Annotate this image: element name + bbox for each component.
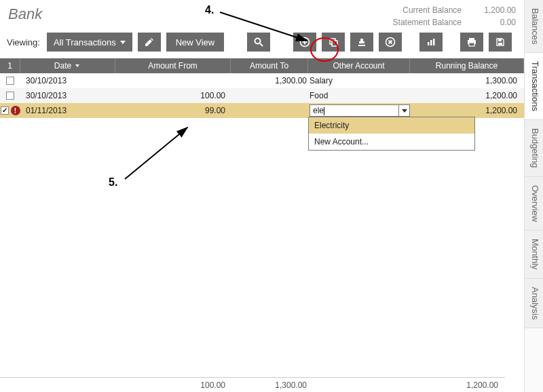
svg-rect-15 bbox=[469, 43, 474, 46]
tab-balances[interactable]: Balances bbox=[525, 0, 543, 53]
view-filter-dropdown[interactable]: All Transactions bbox=[47, 33, 132, 52]
search-button[interactable] bbox=[247, 33, 270, 52]
cell-amount-to bbox=[231, 103, 308, 118]
current-balance-value: 1,200.00 bbox=[475, 5, 516, 15]
delete-button[interactable] bbox=[379, 33, 402, 52]
footer-amount-from: 100.00 bbox=[115, 378, 231, 392]
close-circle-icon bbox=[385, 37, 396, 47]
cell-other-account[interactable]: ele Electricity New Account... bbox=[308, 103, 410, 118]
svg-rect-11 bbox=[430, 40, 432, 45]
chevron-down-icon bbox=[120, 41, 126, 44]
cell-running-balance: 1,200.00 bbox=[410, 103, 524, 118]
footer-totals: 100.00 1,300.00 1,200.00 bbox=[0, 377, 505, 392]
footer-amount-to: 1,300.00 bbox=[231, 378, 308, 392]
statement-balance-value: 0.00 bbox=[475, 18, 516, 27]
print-icon bbox=[466, 37, 477, 47]
other-account-dropdown[interactable]: Electricity New Account... bbox=[308, 117, 475, 151]
print-button[interactable] bbox=[460, 33, 483, 52]
col-header-running-balance[interactable]: Running Balance bbox=[410, 58, 524, 73]
toolbar: Viewing: All Transactions New View bbox=[0, 30, 524, 58]
cell-running-balance: 1,200.00 bbox=[410, 88, 524, 103]
tab-overview[interactable]: Overview bbox=[525, 177, 543, 231]
alert-icon: ! bbox=[11, 106, 20, 115]
new-view-label: New View bbox=[176, 37, 215, 47]
edit-button[interactable] bbox=[138, 33, 161, 52]
view-filter-label: All Transactions bbox=[54, 37, 116, 47]
combobox-toggle[interactable] bbox=[398, 105, 409, 116]
svg-point-0 bbox=[255, 39, 261, 44]
stamp-icon bbox=[356, 37, 367, 47]
viewing-label: Viewing: bbox=[7, 37, 40, 47]
chart-button[interactable] bbox=[419, 33, 443, 52]
col-header-num[interactable]: 1 bbox=[0, 58, 20, 73]
chevron-down-icon bbox=[402, 109, 407, 113]
side-tabs: Balances Transactions Budgeting Overview… bbox=[524, 0, 543, 392]
save-icon bbox=[495, 37, 506, 47]
col-header-other-account[interactable]: Other Account bbox=[308, 58, 410, 73]
row-checkbox[interactable] bbox=[6, 77, 14, 85]
svg-rect-12 bbox=[433, 39, 435, 45]
svg-rect-17 bbox=[498, 43, 502, 45]
cell-amount-from bbox=[115, 73, 231, 88]
table-row[interactable]: 30/10/2013 1,300.00 Salary 1,300.00 bbox=[0, 73, 524, 88]
cell-other-account: Food bbox=[308, 88, 410, 103]
cell-date: 30/10/2013 bbox=[20, 73, 115, 88]
plus-circle-icon bbox=[299, 37, 310, 47]
statement-balance-label: Statement Balance bbox=[393, 18, 462, 27]
grid-body: 30/10/2013 1,300.00 Salary 1,300.00 30/1… bbox=[0, 73, 524, 118]
other-account-combobox[interactable]: ele bbox=[310, 104, 410, 117]
text-cursor bbox=[324, 107, 324, 115]
cell-amount-from: 100.00 bbox=[115, 88, 231, 103]
cell-date: 30/10/2013 bbox=[20, 88, 115, 103]
cell-amount-from: 99.00 bbox=[115, 103, 231, 118]
dropdown-option[interactable]: New Account... bbox=[309, 134, 474, 150]
save-button[interactable] bbox=[489, 33, 512, 52]
svg-rect-16 bbox=[498, 39, 502, 41]
tab-analysis[interactable]: Analysis bbox=[525, 279, 543, 328]
tab-budgeting[interactable]: Budgeting bbox=[525, 120, 543, 177]
search-icon bbox=[253, 37, 264, 47]
row-checkbox[interactable] bbox=[1, 106, 9, 115]
row-checkbox[interactable] bbox=[6, 92, 14, 100]
dropdown-option[interactable]: Electricity bbox=[309, 117, 474, 134]
duplicate-icon bbox=[328, 37, 339, 47]
col-header-amount-from[interactable]: Amount From bbox=[115, 58, 231, 73]
other-account-input-text: ele bbox=[310, 106, 398, 115]
sort-desc-icon bbox=[74, 62, 81, 69]
balances-summary: Current Balance 1,200.00 Statement Balan… bbox=[393, 5, 516, 27]
new-view-button[interactable]: New View bbox=[166, 33, 225, 52]
table-row[interactable]: ! 01/11/2013 99.00 ele Electricity New A… bbox=[0, 103, 524, 118]
current-balance-label: Current Balance bbox=[402, 5, 462, 15]
svg-rect-6 bbox=[332, 41, 337, 46]
col-header-date[interactable]: Date bbox=[20, 58, 115, 73]
add-transaction-button[interactable] bbox=[293, 33, 316, 52]
stamp-button[interactable] bbox=[350, 33, 373, 52]
table-row[interactable]: 30/10/2013 100.00 Food 1,200.00 bbox=[0, 88, 524, 103]
svg-rect-13 bbox=[469, 38, 474, 40]
svg-rect-10 bbox=[428, 42, 430, 45]
tab-transactions[interactable]: Transactions bbox=[525, 53, 543, 120]
cell-date: 01/11/2013 bbox=[20, 103, 115, 118]
cell-other-account: Salary bbox=[308, 73, 410, 88]
cell-amount-to bbox=[231, 88, 308, 103]
pencil-icon bbox=[144, 37, 155, 47]
cell-running-balance: 1,300.00 bbox=[410, 73, 524, 88]
bar-chart-icon bbox=[426, 37, 436, 47]
page-title: Bank bbox=[8, 5, 42, 27]
duplicate-button[interactable] bbox=[322, 33, 345, 52]
cell-amount-to: 1,300.00 bbox=[231, 73, 308, 88]
grid-header: 1 Date Amount From Amount To Other Accou… bbox=[0, 58, 524, 73]
tab-monthly[interactable]: Monthly bbox=[525, 231, 543, 279]
footer-running-balance: 1,200.00 bbox=[410, 378, 505, 392]
svg-line-1 bbox=[260, 43, 263, 46]
col-header-amount-to[interactable]: Amount To bbox=[231, 58, 308, 73]
